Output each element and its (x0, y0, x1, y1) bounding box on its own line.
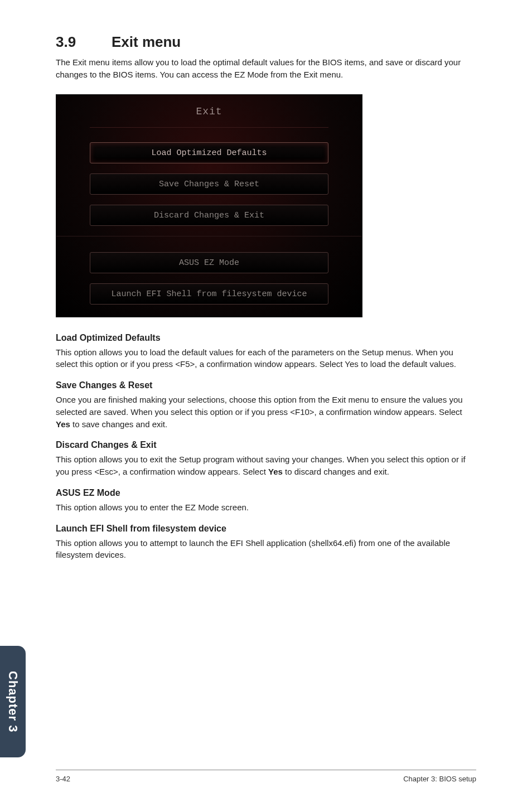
section-number: 3.9 (56, 33, 112, 51)
bios-discard-exit-button[interactable]: Discard Changes & Exit (90, 205, 328, 226)
body-discard-exit-b: to discard changes and exit. (283, 467, 389, 476)
page-content: 3.9Exit menu The Exit menu items allow y… (0, 0, 532, 587)
body-discard-exit-a: This option allows you to exit the Setup… (56, 455, 466, 476)
chapter-side-tab-label: Chapter 3 (6, 671, 20, 732)
body-save-reset-b: to save changes and exit. (70, 419, 167, 429)
section-heading: 3.9Exit menu (56, 33, 476, 51)
subheading-ez-mode: ASUS EZ Mode (56, 488, 476, 498)
body-load-defaults: This option allows you to load the defau… (56, 346, 476, 371)
section-title-text: Exit menu (112, 33, 181, 50)
bios-tab-title: Exit (90, 106, 328, 128)
body-launch-efi: This option allows you to attempt to lau… (56, 537, 476, 562)
body-save-reset-a: Once you are finished making your select… (56, 395, 463, 417)
subheading-launch-efi: Launch EFI Shell from filesystem device (56, 524, 476, 534)
intro-paragraph: The Exit menu items allow you to load th… (56, 56, 476, 81)
chapter-side-tab: Chapter 3 (0, 646, 26, 757)
body-save-reset-yes: Yes (56, 419, 70, 429)
page-footer: 3-42 Chapter 3: BIOS setup (56, 770, 476, 783)
bios-separator (56, 236, 362, 236)
bios-load-defaults-button[interactable]: Load Optimized Defaults (90, 142, 328, 163)
footer-page-number: 3-42 (56, 775, 70, 783)
bios-screenshot: Exit Load Optimized Defaults Save Change… (56, 94, 362, 317)
body-discard-exit-yes: Yes (268, 467, 283, 476)
footer-chapter-label: Chapter 3: BIOS setup (403, 775, 476, 783)
bios-save-reset-button[interactable]: Save Changes & Reset (90, 173, 328, 195)
bios-launch-efi-button[interactable]: Launch EFI Shell from filesystem device (90, 283, 328, 305)
body-ez-mode: This option allows you to enter the EZ M… (56, 501, 476, 514)
subheading-save-reset: Save Changes & Reset (56, 380, 476, 390)
body-save-reset: Once you are finished making your select… (56, 394, 476, 430)
subheading-load-defaults: Load Optimized Defaults (56, 333, 476, 343)
bios-ez-mode-button[interactable]: ASUS EZ Mode (90, 252, 328, 273)
subheading-discard-exit: Discard Changes & Exit (56, 440, 476, 450)
body-discard-exit: This option allows you to exit the Setup… (56, 453, 476, 478)
